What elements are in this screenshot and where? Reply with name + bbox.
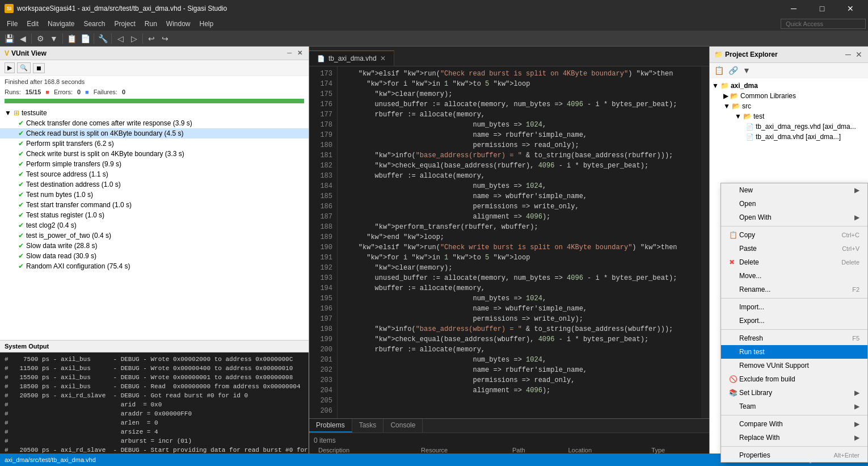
vunit-stop-btn[interactable]: ⏹: [33, 63, 45, 73]
ctx-menu-item[interactable]: Open With▶: [721, 211, 867, 224]
proj-file-tb[interactable]: 📄 tb_axi_dma.vhd [axi_dma...]: [710, 132, 868, 142]
proj-root[interactable]: ▼ 📁 axi_dma: [710, 81, 868, 91]
vunit-close-btn[interactable]: ✕: [296, 49, 304, 57]
ctx-menu-item[interactable]: Move...: [721, 269, 867, 283]
ctx-menu-item[interactable]: Compare With▶: [721, 417, 867, 431]
project-tb-btn2[interactable]: 🔗: [727, 65, 739, 76]
ctx-menu-item[interactable]: PropertiesAlt+Enter: [721, 448, 867, 462]
ctx-menu-item[interactable]: Team▶: [721, 400, 867, 413]
tree-item[interactable]: ✔ Perform simple transfers (9.9 s): [0, 159, 309, 169]
ctx-menu-item[interactable]: RefreshF5: [721, 331, 867, 345]
ctx-menu-item[interactable]: Replace With▶: [721, 431, 867, 444]
menu-edit[interactable]: Edit: [22, 19, 43, 29]
line-number: 178: [314, 120, 332, 130]
ctx-menu-item[interactable]: Rename...F2: [721, 283, 867, 296]
code-content[interactable]: "kw">elsif "kw">run("Check read burst is…: [338, 66, 701, 418]
code-editor[interactable]: 1731741751761771781791801811821831841851…: [309, 66, 709, 418]
ctx-menu-item[interactable]: ✖DeleteDelete: [721, 255, 867, 269]
ctx-menu-item[interactable]: Remove VUnit Support: [721, 359, 867, 372]
ctx-menu-item[interactable]: 🚫Exclude from build: [721, 372, 867, 386]
tree-item[interactable]: ✔ Check read burst is split on 4KByte bo…: [0, 128, 309, 138]
ctx-menu-item[interactable]: Run test: [721, 345, 867, 359]
test-tree-items: ✔ Check transfer done comes after write …: [0, 118, 309, 271]
proj-src[interactable]: ▼ 📂 src: [710, 101, 868, 111]
tree-testsuite[interactable]: ▼ ⊞ testsuite: [0, 108, 309, 118]
project-tb-btn1[interactable]: 📋: [713, 65, 725, 76]
toolbar-btn-1[interactable]: 💾: [2, 32, 16, 45]
code-line: rbuffer := allocate(memory,: [342, 345, 697, 355]
ctx-menu-item[interactable]: Export...: [721, 314, 867, 328]
tree-item[interactable]: ✔ Test source address (1.1 s): [0, 169, 309, 179]
editor-tab-close[interactable]: ✕: [380, 54, 386, 62]
tree-item[interactable]: ✔ Random AXI configuration (75.4 s): [0, 261, 309, 271]
ctx-menu-item[interactable]: 📚Set Library▶: [721, 386, 867, 400]
tree-item[interactable]: ✔ Test status register (1.0 s): [0, 210, 309, 220]
project-panel-controls: ─ ✕: [844, 49, 863, 60]
vertical-scrollbar[interactable]: [701, 66, 709, 418]
line-number: 184: [314, 181, 332, 191]
code-line: alignment => 4096);: [342, 212, 697, 222]
vunit-minimize-btn[interactable]: ─: [285, 49, 293, 57]
ctx-menu-item[interactable]: PasteCtrl+V: [721, 242, 867, 255]
tab-tasks[interactable]: Tasks: [352, 419, 384, 433]
vunit-search-btn[interactable]: 🔍: [17, 62, 31, 73]
menu-project[interactable]: Project: [109, 19, 140, 29]
context-menu: New▶OpenOpen With▶📋CopyCtrl+CPasteCtrl+V…: [720, 183, 868, 463]
line-number: 179: [314, 130, 332, 140]
toolbar-btn-5[interactable]: 📋: [65, 32, 78, 45]
tab-problems[interactable]: Problems: [309, 419, 352, 433]
tree-item[interactable]: ✔ Slow data read (30.9 s): [0, 251, 309, 261]
file-icon-regs: 📄: [746, 123, 754, 131]
ctx-menu-item[interactable]: Import...: [721, 300, 867, 314]
proj-test[interactable]: ▼ 📂 test: [710, 111, 868, 121]
proj-common-libraries[interactable]: ▶ 📂 Common Libraries: [710, 91, 868, 101]
tree-item[interactable]: ✔ test is_power_of_two (0.4 s): [0, 230, 309, 241]
proj-file-tb-label: tb_axi_dma.vhd [axi_dma...]: [756, 133, 841, 141]
vunit-run-btn[interactable]: ▶: [5, 62, 15, 73]
toolbar-btn-7[interactable]: 🔧: [96, 32, 109, 45]
proj-file-regs[interactable]: 📄 tb_axi_dma_regs.vhd [axi_dma...: [710, 121, 868, 132]
toolbar-btn-2[interactable]: ◀: [16, 32, 30, 45]
close-button[interactable]: ✕: [837, 0, 863, 17]
code-line: permissions => write_only,: [342, 201, 697, 212]
menu-file[interactable]: File: [2, 19, 22, 29]
title-bar-controls: ─ □ ✕: [781, 0, 863, 17]
ctx-menu-item[interactable]: 📋CopyCtrl+C: [721, 228, 867, 242]
menu-navigate[interactable]: Navigate: [43, 19, 79, 29]
minimize-button[interactable]: ─: [781, 0, 807, 17]
errors-value: 0: [77, 89, 81, 95]
toolbar-btn-9[interactable]: ▷: [127, 32, 141, 45]
toolbar-btn-8[interactable]: ◁: [113, 32, 127, 45]
tree-item[interactable]: ✔ Slow data write (28.8 s): [0, 241, 309, 251]
project-tb-btn3[interactable]: ▼: [741, 65, 752, 76]
system-output-content[interactable]: # 7500 ps - axil_bus - DEBUG - Wrote 0x0…: [0, 352, 309, 466]
toolbar-btn-4[interactable]: ▼: [47, 32, 61, 45]
tree-item[interactable]: ✔ Check transfer done comes after write …: [0, 118, 309, 128]
editor-tab-active[interactable]: 📄 tb_axi_dma.vhd ✕: [309, 51, 394, 66]
problems-count: 0 items: [314, 435, 705, 446]
toolbar-btn-10[interactable]: ↩: [145, 32, 158, 45]
quick-access-input[interactable]: [781, 19, 866, 29]
menu-help[interactable]: Help: [195, 19, 218, 29]
menu-run[interactable]: Run: [140, 19, 162, 29]
toolbar-btn-3[interactable]: ⚙: [33, 32, 47, 45]
tree-item[interactable]: ✔ Perform split transfers (6.2 s): [0, 138, 309, 149]
toolbar-btn-6[interactable]: 📄: [78, 32, 92, 45]
tree-item[interactable]: ✔ Test start transfer command (1.0 s): [0, 200, 309, 210]
toolbar-btn-11[interactable]: ↪: [158, 32, 172, 45]
project-minimize-btn[interactable]: ─: [844, 49, 852, 60]
tab-console[interactable]: Console: [384, 419, 423, 433]
tree-item[interactable]: ✔ Test num bytes (1.0 s): [0, 190, 309, 200]
tree-item[interactable]: ✔ Check write burst is split on 4KByte b…: [0, 149, 309, 159]
ctx-menu-item[interactable]: Open: [721, 197, 867, 211]
ctx-menu-item[interactable]: New▶: [721, 183, 867, 197]
project-close-btn[interactable]: ✕: [854, 49, 863, 60]
ctx-item-label: Import...: [739, 303, 859, 311]
tree-item[interactable]: ✔ test clog2 (0.4 s): [0, 220, 309, 230]
menu-search[interactable]: Search: [79, 19, 109, 29]
code-line: "kw">info("base_address(rbuffer) = " & t…: [342, 150, 697, 161]
maximize-button[interactable]: □: [809, 0, 835, 17]
ctx-item-shortcut: F5: [852, 335, 859, 342]
menu-window[interactable]: Window: [162, 19, 195, 29]
tree-item[interactable]: ✔ Test destination address (1.0 s): [0, 179, 309, 190]
